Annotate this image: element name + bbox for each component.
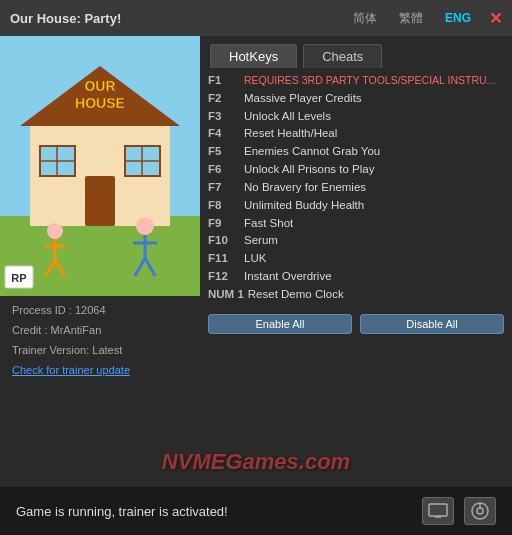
tab-bar: HotKeys Cheats <box>200 36 512 68</box>
hotkey-item: NUM 1Reset Demo Clock <box>208 286 504 304</box>
hotkey-key: F6 <box>208 161 240 179</box>
music-icon[interactable] <box>464 497 496 525</box>
hotkey-item: F6Unlock All Prisons to Play <box>208 161 504 179</box>
hotkey-key: F7 <box>208 179 240 197</box>
svg-rect-4 <box>85 176 115 226</box>
app-title: Our House: Party! <box>10 11 121 26</box>
hotkey-desc: No Bravery for Enemies <box>244 179 366 197</box>
game-cover-image: OUR HOUSE RP <box>0 36 200 296</box>
tab-hotkeys[interactable]: HotKeys <box>210 44 297 68</box>
hotkey-desc: REQUIRES 3RD PARTY TOOLS/SPECIAL INSTRU.… <box>244 72 495 90</box>
title-bar: Our House: Party! 简体 繁體 ENG ✕ <box>0 0 512 36</box>
credit-info: Credit : MrAntiFan <box>12 324 188 336</box>
lang-traditional-btn[interactable]: 繁體 <box>395 8 427 29</box>
hotkey-key: F10 <box>208 232 240 250</box>
hotkey-desc: Reset Demo Clock <box>248 286 344 304</box>
hotkey-item: F5Enemies Cannot Grab You <box>208 143 504 161</box>
hotkey-item: F2Massive Player Credits <box>208 90 504 108</box>
lang-eng-btn[interactable]: ENG <box>441 9 475 27</box>
hotkey-item: F8Unlimited Buddy Health <box>208 197 504 215</box>
hotkey-desc: Unlimited Buddy Health <box>244 197 364 215</box>
hotkey-item: F1REQUIRES 3RD PARTY TOOLS/SPECIAL INSTR… <box>208 72 504 90</box>
svg-text:HOUSE: HOUSE <box>75 95 125 111</box>
hotkey-key: F3 <box>208 108 240 126</box>
hotkey-key: F1 <box>208 72 240 90</box>
hotkey-list: F1REQUIRES 3RD PARTY TOOLS/SPECIAL INSTR… <box>200 68 512 308</box>
hotkey-item: F11LUK <box>208 250 504 268</box>
bottom-icons <box>422 497 496 525</box>
game-cover-svg: OUR HOUSE RP <box>0 36 200 296</box>
hotkey-key: F4 <box>208 125 240 143</box>
action-buttons: Enable AllDisable All <box>200 308 512 338</box>
monitor-icon[interactable] <box>422 497 454 525</box>
title-bar-controls: 简体 繁體 ENG ✕ <box>349 8 502 29</box>
hotkey-desc: Unlock All Levels <box>244 108 331 126</box>
update-link[interactable]: Check for trainer update <box>12 364 130 376</box>
svg-text:OUR: OUR <box>84 78 115 94</box>
svg-rect-25 <box>429 504 447 516</box>
hotkey-key: F12 <box>208 268 240 286</box>
trainer-version: Trainer Version: Latest <box>12 344 188 356</box>
hotkey-key: F11 <box>208 250 240 268</box>
hotkey-item: F3Unlock All Levels <box>208 108 504 126</box>
hotkey-desc: Fast Shot <box>244 215 293 233</box>
hotkey-key: NUM 1 <box>208 286 244 304</box>
hotkey-desc: Serum <box>244 232 278 250</box>
process-id: Process ID : 12064 <box>12 304 188 316</box>
hotkey-item: F4Reset Health/Heal <box>208 125 504 143</box>
main-content: OUR HOUSE RP HotKeys Cheats F1REQ <box>0 36 512 466</box>
hotkey-key: F5 <box>208 143 240 161</box>
hotkey-key: F9 <box>208 215 240 233</box>
svg-text:RP: RP <box>11 272 26 284</box>
close-button[interactable]: ✕ <box>489 9 502 28</box>
hotkey-desc: Instant Overdrive <box>244 268 332 286</box>
enable-all-button[interactable]: Enable All <box>208 314 352 334</box>
svg-point-29 <box>477 508 483 514</box>
hotkey-desc: Reset Health/Heal <box>244 125 337 143</box>
lang-simple-btn[interactable]: 简体 <box>349 8 381 29</box>
svg-point-18 <box>136 217 154 235</box>
status-text: Game is running, trainer is activated! <box>16 504 228 519</box>
hotkey-desc: LUK <box>244 250 266 268</box>
hotkey-desc: Enemies Cannot Grab You <box>244 143 380 161</box>
hotkey-item: F12Instant Overdrive <box>208 268 504 286</box>
svg-point-13 <box>47 223 63 239</box>
hotkey-item: F7No Bravery for Enemies <box>208 179 504 197</box>
hotkeys-panel: HotKeys Cheats F1REQUIRES 3RD PARTY TOOL… <box>200 36 512 466</box>
hotkey-item: F10Serum <box>208 232 504 250</box>
bottom-bar: Game is running, trainer is activated! <box>0 487 512 535</box>
hotkey-item: F9Fast Shot <box>208 215 504 233</box>
disable-all-button[interactable]: Disable All <box>360 314 504 334</box>
left-info-panel: Process ID : 12064 Credit : MrAntiFan Tr… <box>0 296 200 386</box>
hotkey-key: F2 <box>208 90 240 108</box>
hotkey-desc: Unlock All Prisons to Play <box>244 161 374 179</box>
tab-cheats[interactable]: Cheats <box>303 44 382 68</box>
hotkey-desc: Massive Player Credits <box>244 90 362 108</box>
hotkey-key: F8 <box>208 197 240 215</box>
